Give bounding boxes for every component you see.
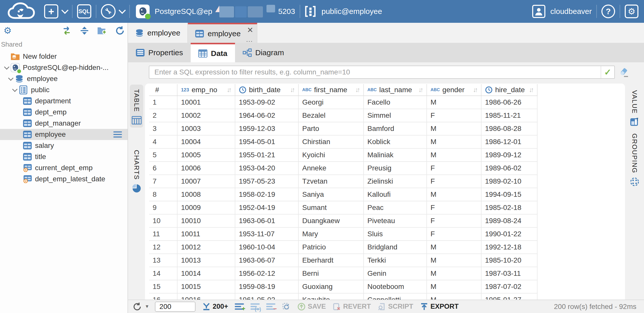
chevron-down-icon[interactable] bbox=[7, 78, 15, 80]
cell-last_name[interactable]: Sluis bbox=[364, 228, 427, 240]
presentation-tab-charts[interactable]: CHARTS bbox=[130, 145, 143, 196]
cell-gender[interactable]: M bbox=[427, 122, 481, 135]
cell-first_name[interactable]: Sumant bbox=[299, 201, 364, 214]
cell-last_name[interactable]: Terkki bbox=[364, 254, 427, 267]
cell-first_name[interactable]: Chirstian bbox=[299, 135, 364, 148]
chevron-down-icon[interactable] bbox=[3, 67, 11, 69]
cell-first_name[interactable]: Mary bbox=[299, 228, 364, 240]
tree-item-dept-emp-latest-date[interactable]: dept_emp_latest_date bbox=[0, 173, 128, 185]
tree-item-public[interactable]: public bbox=[0, 84, 128, 95]
presentation-tab-table[interactable]: TABLE bbox=[130, 85, 143, 128]
cell-hire_date[interactable]: 1986-08-28 bbox=[481, 122, 538, 135]
cell-gender[interactable]: F bbox=[427, 228, 481, 240]
cell-gender[interactable]: F bbox=[427, 175, 481, 188]
cell-hire_date[interactable]: 1989-08-24 bbox=[481, 214, 538, 227]
cell-last_name[interactable]: Koblick bbox=[364, 135, 427, 148]
editor-tab-employee-1[interactable]: employee✕… bbox=[188, 23, 257, 43]
schema-selector[interactable]: public@employee bbox=[305, 6, 382, 17]
tree-item-dept-manager[interactable]: dept_manager bbox=[0, 118, 128, 129]
cell-birth_date[interactable]: 1963-06-01 bbox=[235, 214, 299, 227]
cell-last_name[interactable]: Kalloufi bbox=[364, 188, 427, 201]
cell-last_name[interactable]: Zielinski bbox=[364, 175, 427, 188]
cell-hire_date[interactable]: 1986-06-26 bbox=[481, 96, 538, 109]
tree-item-department[interactable]: department bbox=[0, 95, 128, 107]
tree-item-salary[interactable]: salary bbox=[0, 140, 128, 151]
refresh-icon[interactable] bbox=[115, 26, 125, 36]
cell-last_name[interactable]: Nooteboom bbox=[364, 280, 427, 293]
close-tab-icon[interactable]: ✕ bbox=[247, 26, 253, 34]
sql-editor-button[interactable]: SQL bbox=[77, 4, 91, 18]
cell-gender[interactable]: F bbox=[427, 214, 481, 227]
new-folder-icon[interactable] bbox=[97, 26, 107, 36]
cloudbeaver-logo-icon[interactable] bbox=[8, 2, 38, 21]
cell-last_name[interactable]: Genin bbox=[364, 267, 427, 280]
cell-hire_date[interactable]: 1985-11-21 bbox=[481, 109, 538, 122]
cell-hire_date[interactable]: 1994-09-15 bbox=[481, 188, 538, 201]
cell-emp_no[interactable]: 10010 bbox=[177, 214, 235, 227]
tab-diagram[interactable]: Diagram bbox=[235, 43, 292, 62]
side-panel-tab-grouping[interactable]: GROUPING bbox=[630, 133, 639, 187]
cell-last_name[interactable]: Bridgland bbox=[364, 241, 427, 253]
sidebar-settings-gear-icon[interactable]: ⚙︎ bbox=[3, 26, 13, 36]
sort-arrows-icon[interactable]: ↓↑ bbox=[355, 86, 361, 94]
export-button[interactable]: EXPORT bbox=[420, 302, 459, 311]
cell-gender[interactable]: M bbox=[427, 267, 481, 280]
cell-emp_no[interactable]: 10004 bbox=[177, 135, 235, 148]
tree-item-new-folder[interactable]: New folder bbox=[0, 51, 128, 62]
column-header-last_name[interactable]: ABClast_name↓↑ bbox=[364, 84, 427, 95]
tree-item-current-dept-emp[interactable]: current_dept_emp bbox=[0, 162, 128, 173]
tree-item-postgresql-ep-hidden[interactable]: PostgreSQL@ep-hidden-... bbox=[0, 62, 128, 73]
tools-menu-button[interactable]: 🔧︎ bbox=[101, 4, 125, 19]
cell-last_name[interactable]: Maliniak bbox=[364, 149, 427, 161]
cell-first_name[interactable]: Patricio bbox=[299, 241, 364, 253]
cell-gender[interactable]: F bbox=[427, 162, 481, 174]
cell-last_name[interactable]: Bamford bbox=[364, 122, 427, 135]
sort-arrows-icon[interactable]: ↓↑ bbox=[227, 86, 232, 94]
cell-first_name[interactable]: Parto bbox=[299, 122, 364, 135]
sync-selection-icon[interactable] bbox=[62, 26, 72, 36]
cell-first_name[interactable]: Eberhardt bbox=[299, 254, 364, 267]
cell-birth_date[interactable]: 1958-02-19 bbox=[235, 188, 299, 201]
cell-hire_date[interactable]: 1992-12-18 bbox=[481, 241, 538, 253]
help-button[interactable]: ? bbox=[601, 5, 615, 18]
sort-arrows-icon[interactable]: ↓↑ bbox=[290, 86, 296, 94]
cell-hire_date[interactable]: 1990-01-22 bbox=[481, 228, 538, 240]
auto-refresh-button[interactable] bbox=[282, 302, 291, 311]
cell-hire_date[interactable]: 1985-10-20 bbox=[481, 254, 538, 267]
cell-last_name[interactable]: Peac bbox=[364, 201, 427, 214]
cell-gender[interactable]: M bbox=[427, 280, 481, 293]
cell-last_name[interactable]: Piveteau bbox=[364, 214, 427, 227]
cell-first_name[interactable]: Georgi bbox=[299, 96, 364, 109]
add-row-button[interactable]: + bbox=[235, 303, 244, 310]
cell-first_name[interactable]: Berni bbox=[299, 267, 364, 280]
collapse-all-icon[interactable] bbox=[79, 26, 90, 36]
item-menu-icon[interactable] bbox=[113, 131, 122, 138]
cell-first_name[interactable]: Bezalel bbox=[299, 109, 364, 122]
cell-emp_no[interactable]: 10008 bbox=[177, 188, 235, 201]
sort-arrows-icon[interactable]: ↓↑ bbox=[473, 86, 478, 94]
sort-arrows-icon[interactable]: ↓↑ bbox=[529, 86, 534, 94]
cell-birth_date[interactable]: 1963-06-07 bbox=[235, 254, 299, 267]
duplicate-row-button[interactable]: (+) bbox=[251, 303, 260, 310]
cell-birth_date[interactable]: 1953-04-20 bbox=[235, 162, 299, 174]
cell-gender[interactable]: M bbox=[427, 241, 481, 253]
cell-gender[interactable]: M bbox=[427, 96, 481, 109]
cell-gender[interactable]: M bbox=[427, 149, 481, 161]
apply-filter-check-icon[interactable]: ✓ bbox=[601, 66, 614, 78]
cell-birth_date[interactable]: 1955-01-21 bbox=[235, 149, 299, 161]
cell-hire_date[interactable]: 1985-02-18 bbox=[481, 201, 538, 214]
tree-item-employee[interactable]: employee bbox=[0, 129, 128, 140]
cell-first_name[interactable]: Kyoichi bbox=[299, 149, 364, 161]
cell-emp_no[interactable]: 10007 bbox=[177, 175, 235, 188]
cell-birth_date[interactable]: 1959-12-03 bbox=[235, 122, 299, 135]
cell-emp_no[interactable]: 10012 bbox=[177, 241, 235, 253]
column-header-hire_date[interactable]: hire_date↓↑ bbox=[481, 84, 538, 95]
user-menu[interactable]: cloudbeaver bbox=[532, 5, 592, 18]
cell-gender[interactable]: M bbox=[427, 135, 481, 148]
tab-data[interactable]: Data bbox=[191, 43, 235, 62]
cell-birth_date[interactable]: 1957-05-23 bbox=[235, 175, 299, 188]
connection-selector[interactable]: PostgreSQL@ep 5203 bbox=[136, 4, 295, 18]
cell-emp_no[interactable]: 10006 bbox=[177, 162, 235, 174]
cell-birth_date[interactable]: 1959-08-19 bbox=[235, 280, 299, 293]
tree-item-employee[interactable]: employee bbox=[0, 73, 128, 84]
